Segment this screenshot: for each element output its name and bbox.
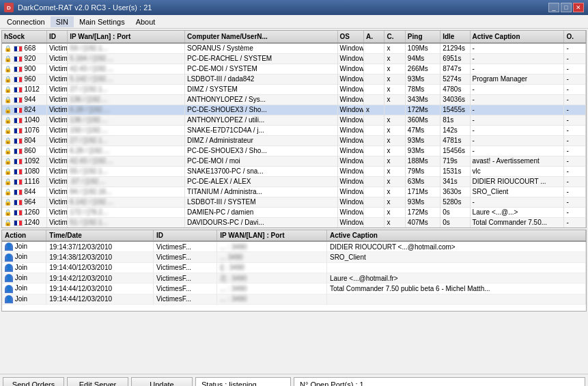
log-row[interactable]: 👤 Join 19:14:37/12/03/2010 VictimesF... … — [2, 241, 586, 252]
log-cell-caption: Total Commander 7.50 public beta 6 - Mic… — [326, 284, 585, 294]
cell-ip: .07 / [192.... — [68, 228, 185, 228]
cell-a — [363, 197, 384, 207]
log-row[interactable]: 👤 Join 19:14:42/12/03/2010 VictimesF... … — [2, 273, 586, 284]
cell-c — [384, 105, 405, 115]
cell-caption: - — [470, 43, 564, 53]
table-row[interactable]: 🔒 1040 VictimesF... 136 / [192.... ANTHO… — [2, 115, 586, 125]
log-cell-caption — [326, 262, 585, 273]
table-row[interactable]: 🔒 1116 VictimesF... .07 / [192.... PC-DE… — [2, 176, 586, 187]
cell-c: x — [384, 146, 405, 156]
cell-hsock: 🔒 964 — [2, 197, 46, 207]
cell-os: Windows Vista Service... — [337, 176, 363, 187]
app-icon: D — [4, 3, 14, 12]
table-row[interactable]: 🔒 1080 VictimesF... 55 / [192.1... SNAKE… — [2, 166, 586, 176]
cell-id: VictimesF... — [46, 115, 67, 125]
menu-sin[interactable]: SIN — [51, 16, 74, 27]
log-cell-id: VictimesF... — [154, 284, 217, 294]
cell-c: x — [384, 166, 405, 176]
title-controls: _ □ ✕ — [548, 3, 584, 12]
cell-caption: vlc — [470, 166, 564, 176]
cell-a — [363, 43, 384, 53]
cell-os: Windows Seven [7600] — [337, 166, 363, 176]
cell-c: x — [384, 187, 405, 197]
menu-main-settings[interactable]: Main Settings — [74, 16, 130, 27]
table-row[interactable]: 🔒 1012 VictimesF... 27 / [192.1... DIMZ … — [2, 84, 586, 94]
cell-os: Windows XP Service P... — [337, 197, 363, 207]
table-row[interactable]: 🔒 1092 VictimesF... 42.43 / [192.... PC-… — [2, 156, 586, 166]
cell-o: - — [564, 125, 586, 135]
close-button[interactable]: ✕ — [573, 3, 584, 12]
cell-idle: 15455s — [440, 105, 470, 115]
title-bar-left: D DarkComet-RAT v2.0 RC3 - User(s) : 21 — [4, 3, 152, 12]
cell-a — [363, 166, 384, 176]
log-cell-id: VictimesF... — [154, 241, 217, 252]
menu-about[interactable]: About — [130, 16, 161, 27]
cell-o: - — [564, 166, 586, 176]
cell-ip: 55 / [192.1... — [68, 166, 185, 176]
col-o: O. — [564, 31, 586, 43]
cell-comp: PC-DE-SHOUEX3 / Sho... — [185, 105, 338, 115]
cell-ip: .07 / [192.... — [68, 176, 185, 187]
cell-a — [363, 64, 384, 74]
col-caption: Active Caption — [470, 31, 564, 43]
table-row[interactable]: 🔒 1076 VictimesF... 150 / [192.... SNAKE… — [2, 125, 586, 135]
table-row[interactable]: 🔒 960 VictimesF... 5.142 / [192.... LSDB… — [2, 74, 586, 84]
cell-c: x — [384, 43, 405, 53]
cell-hsock: 🔒 1116 — [2, 176, 46, 187]
table-row[interactable]: 🔒 844 VictimesF... 94 / [192.16... TITAN… — [2, 187, 586, 197]
log-row[interactable]: 👤 Join 19:14:38/12/03/2010 VictimesF... … — [2, 252, 586, 262]
log-table-container[interactable]: Action Time/Date ID IP WAN/[LAN] : Port … — [1, 230, 587, 312]
log-col-caption: Active Caption — [326, 230, 585, 241]
cell-hsock: 🔒 1076 — [2, 125, 46, 135]
table-row[interactable]: 🔒 900 VictimesF... 42.43 / [192.... PC-D… — [2, 64, 586, 74]
table-row[interactable]: 🔒 804 VictimesF... 27 / [192.1... DIMZ /… — [2, 135, 586, 146]
cell-os: Windows XP Service P... — [337, 125, 363, 135]
cell-o: - — [564, 94, 586, 105]
log-cell-time: 19:14:40/12/03/2010 — [46, 262, 154, 273]
log-row[interactable]: 👤 Join 19:14:44/12/03/2010 VictimesF... … — [2, 284, 586, 294]
menu-connection[interactable]: Connection — [1, 16, 51, 27]
maximize-button[interactable]: □ — [561, 3, 572, 12]
log-row[interactable]: 👤 Join 19:14:44/12/03/2010 VictimesF... … — [2, 294, 586, 304]
cell-o: - — [564, 53, 586, 64]
cell-comp: ANTHONYLOPEZ / utili... — [185, 115, 338, 125]
table-row[interactable]: 🔒 964 VictimesF... 6.142 / [192.... LSDB… — [2, 197, 586, 207]
cell-hsock: 🔒 1092 — [2, 156, 46, 166]
table-row[interactable]: 🔒 860 VictimesF... 6.28 / [192.... PC-DE… — [2, 146, 586, 156]
cell-a — [363, 176, 384, 187]
send-orders-button[interactable]: Send Orders — [3, 377, 64, 387]
log-cell-caption: SRO_Client — [326, 252, 585, 262]
log-row[interactable]: 👤 Join 19:14:40/12/03/2010 VictimesF... … — [2, 262, 586, 273]
log-cell-time: 19:14:42/12/03/2010 — [46, 273, 154, 284]
log-cell-id: VictimesF... — [154, 262, 217, 273]
table-row[interactable]: 🔒 824 VictimesF... 6.28 / [192.... PC-DE… — [2, 105, 586, 115]
log-cell-time: 19:14:37/12/03/2010 — [46, 241, 154, 252]
cell-hsock: 🔒 960 — [2, 74, 46, 84]
log-cell-action: 👤 Join — [2, 284, 46, 294]
update-button[interactable]: Update — [131, 377, 193, 387]
cell-a — [363, 146, 384, 156]
connections-table-container[interactable]: hSock ID IP Wan/[Lan] : Port Computer Na… — [1, 30, 587, 228]
cell-c: x — [384, 64, 405, 74]
table-row[interactable]: 🔒 1240 VictimesF... 51 / [192.1... DAVID… — [2, 217, 586, 228]
table-row[interactable]: 🔒 920 VictimesF... 5.164 / [192.... PC-D… — [2, 53, 586, 64]
main-area: hSock ID IP Wan/[Lan] : Port Computer Na… — [0, 29, 588, 386]
cell-idle: 21294s — [440, 43, 470, 53]
cell-id: VictimesF... — [46, 64, 67, 74]
cell-caption: Laure <...@...> — [470, 207, 564, 217]
table-row[interactable]: 🔒 1128 VictimesF... .07 / [192.... PC-DE… — [2, 228, 586, 228]
table-row[interactable]: 🔒 944 VictimesF... 136 / [192.... ANTHON… — [2, 94, 586, 105]
cell-id: VictimesF... — [46, 217, 67, 228]
log-cell-ip: ... : 3490 — [217, 284, 327, 294]
minimize-button[interactable]: _ — [548, 3, 559, 12]
connections-table: hSock ID IP Wan/[Lan] : Port Computer Na… — [2, 31, 586, 228]
cell-idle: 3630s — [440, 187, 470, 197]
cell-o: - — [564, 156, 586, 166]
cell-c: x — [384, 217, 405, 228]
cell-caption: - — [470, 115, 564, 125]
table-row[interactable]: 🔒 668 VictimesF... 59 / [192.1... SORANU… — [2, 43, 586, 53]
table-row[interactable]: 🔒 1260 VictimesF... 172 / [78.2... DAMIE… — [2, 207, 586, 217]
edit-server-button[interactable]: Edit Server — [67, 377, 128, 387]
cell-ping: 78Ms — [405, 84, 440, 94]
cell-hsock: 🔒 1080 — [2, 166, 46, 176]
